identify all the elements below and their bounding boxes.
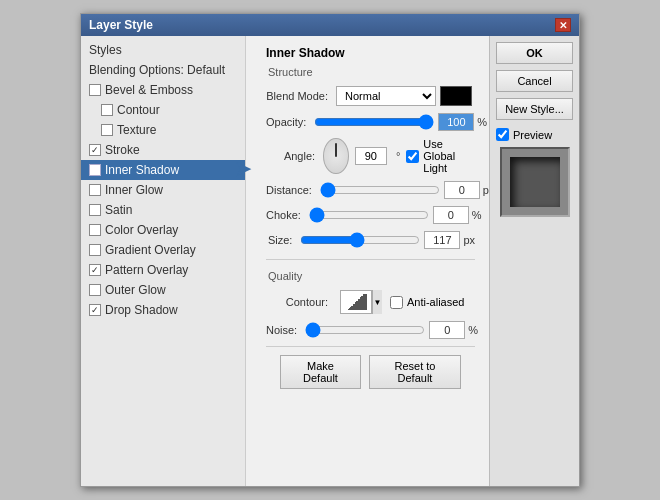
sidebar-item-blending[interactable]: Blending Options: Default bbox=[81, 60, 245, 80]
active-arrow: ➤ bbox=[242, 36, 252, 486]
opacity-row: Opacity: % bbox=[266, 113, 475, 131]
quality-label: Quality bbox=[268, 270, 475, 282]
new-style-button[interactable]: New Style... bbox=[496, 98, 573, 120]
bevel-label: Bevel & Emboss bbox=[105, 83, 193, 97]
gradient-overlay-label: Gradient Overlay bbox=[105, 243, 196, 257]
dialog-body: Styles Blending Options: Default Bevel &… bbox=[81, 36, 579, 486]
opacity-slider-container: % bbox=[314, 113, 487, 131]
styles-label: Styles bbox=[89, 43, 122, 57]
contour-checkbox[interactable] bbox=[101, 104, 113, 116]
ok-button[interactable]: OK bbox=[496, 42, 573, 64]
drop-shadow-checkbox[interactable] bbox=[89, 304, 101, 316]
color-overlay-checkbox[interactable] bbox=[89, 224, 101, 236]
cancel-button[interactable]: Cancel bbox=[496, 70, 573, 92]
sidebar-item-stroke[interactable]: Stroke bbox=[81, 140, 245, 160]
inner-shadow-checkbox[interactable] bbox=[89, 164, 101, 176]
section-title: Inner Shadow bbox=[266, 46, 475, 60]
sidebar-item-bevel[interactable]: Bevel & Emboss bbox=[81, 80, 245, 100]
preview-row: Preview bbox=[496, 128, 573, 141]
sidebar-item-inner-glow[interactable]: Inner Glow bbox=[81, 180, 245, 200]
contour-preview-box[interactable] bbox=[340, 290, 372, 314]
blending-label: Blending Options: Default bbox=[89, 63, 225, 77]
size-slider[interactable] bbox=[300, 233, 420, 247]
noise-unit: % bbox=[468, 324, 478, 336]
contour-dropdown[interactable]: ▼ bbox=[372, 290, 382, 314]
outer-glow-checkbox[interactable] bbox=[89, 284, 101, 296]
sidebar-item-outer-glow[interactable]: Outer Glow bbox=[81, 280, 245, 300]
distance-slider[interactable] bbox=[320, 183, 440, 197]
bottom-buttons: Make Default Reset to Default bbox=[266, 346, 475, 397]
color-swatch[interactable] bbox=[440, 86, 472, 106]
section-divider bbox=[266, 259, 475, 260]
title-bar: Layer Style ✕ bbox=[81, 14, 579, 36]
anti-aliased-checkbox[interactable] bbox=[390, 296, 403, 309]
opacity-unit: % bbox=[477, 116, 487, 128]
global-light-text: Use Global Light bbox=[423, 138, 475, 174]
angle-row: Angle: ° Use Global Light bbox=[266, 138, 475, 174]
angle-dial[interactable] bbox=[323, 138, 349, 174]
sidebar-item-satin[interactable]: Satin bbox=[81, 200, 245, 220]
size-row: Size: px bbox=[266, 231, 475, 249]
gradient-overlay-checkbox[interactable] bbox=[89, 244, 101, 256]
opacity-input[interactable] bbox=[438, 113, 474, 131]
opacity-label: Opacity: bbox=[266, 116, 314, 128]
global-light-checkbox[interactable] bbox=[406, 150, 419, 163]
make-default-button[interactable]: Make Default bbox=[280, 355, 361, 389]
choke-row: Choke: % bbox=[266, 206, 475, 224]
outer-glow-label: Outer Glow bbox=[105, 283, 166, 297]
choke-label: Choke: bbox=[266, 209, 309, 221]
angle-unit: ° bbox=[396, 150, 400, 162]
choke-unit: % bbox=[472, 209, 482, 221]
preview-checkbox[interactable] bbox=[496, 128, 509, 141]
satin-label: Satin bbox=[105, 203, 132, 217]
choke-slider[interactable] bbox=[309, 208, 429, 222]
distance-label: Distance: bbox=[266, 184, 320, 196]
size-slider-container: px bbox=[300, 231, 475, 249]
inner-shadow-label: Inner Shadow bbox=[105, 163, 179, 177]
close-button[interactable]: ✕ bbox=[555, 18, 571, 32]
structure-label: Structure bbox=[268, 66, 475, 78]
angle-container: ° Use Global Light bbox=[323, 138, 475, 174]
noise-input[interactable] bbox=[429, 321, 465, 339]
choke-input[interactable] bbox=[433, 206, 469, 224]
inner-glow-checkbox[interactable] bbox=[89, 184, 101, 196]
noise-row: Noise: % bbox=[266, 321, 475, 339]
noise-slider-container: % bbox=[305, 321, 478, 339]
quality-section: Quality Contour: ▼ Anti-aliased bbox=[266, 270, 475, 339]
anti-aliased-label[interactable]: Anti-aliased bbox=[390, 296, 464, 309]
bevel-checkbox[interactable] bbox=[89, 84, 101, 96]
sidebar-item-color-overlay[interactable]: Color Overlay bbox=[81, 220, 245, 240]
sidebar-item-texture[interactable]: Texture bbox=[81, 120, 245, 140]
size-unit: px bbox=[463, 234, 475, 246]
satin-checkbox[interactable] bbox=[89, 204, 101, 216]
distance-input[interactable] bbox=[444, 181, 480, 199]
size-input[interactable] bbox=[424, 231, 460, 249]
sidebar: Styles Blending Options: Default Bevel &… bbox=[81, 36, 246, 486]
pattern-overlay-checkbox[interactable] bbox=[89, 264, 101, 276]
sidebar-item-gradient-overlay[interactable]: Gradient Overlay bbox=[81, 240, 245, 260]
noise-slider[interactable] bbox=[305, 323, 425, 337]
choke-slider-container: % bbox=[309, 206, 482, 224]
global-light-label[interactable]: Use Global Light bbox=[406, 138, 475, 174]
sidebar-item-inner-shadow[interactable]: Inner Shadow bbox=[81, 160, 245, 180]
blend-mode-row: Blend Mode: Normal Multiply Screen bbox=[266, 86, 475, 106]
angle-input[interactable] bbox=[355, 147, 387, 165]
blend-mode-select[interactable]: Normal Multiply Screen bbox=[336, 86, 436, 106]
reset-to-default-button[interactable]: Reset to Default bbox=[369, 355, 461, 389]
main-content: Inner Shadow Structure Blend Mode: Norma… bbox=[252, 36, 489, 486]
contour-control: ▼ Anti-aliased bbox=[336, 290, 464, 314]
drop-shadow-label: Drop Shadow bbox=[105, 303, 178, 317]
texture-checkbox[interactable] bbox=[101, 124, 113, 136]
distance-slider-container: px bbox=[320, 181, 489, 199]
preview-label: Preview bbox=[513, 129, 552, 141]
sidebar-item-pattern-overlay[interactable]: Pattern Overlay bbox=[81, 260, 245, 280]
contour-label: Contour: bbox=[266, 296, 336, 308]
contour-row: Contour: ▼ Anti-aliased bbox=[266, 290, 475, 314]
sidebar-item-drop-shadow[interactable]: Drop Shadow bbox=[81, 300, 245, 320]
opacity-slider[interactable] bbox=[314, 115, 434, 129]
sidebar-item-styles[interactable]: Styles bbox=[81, 40, 245, 60]
sidebar-item-contour[interactable]: Contour bbox=[81, 100, 245, 120]
pattern-overlay-label: Pattern Overlay bbox=[105, 263, 188, 277]
stroke-checkbox[interactable] bbox=[89, 144, 101, 156]
distance-row: Distance: px bbox=[266, 181, 475, 199]
